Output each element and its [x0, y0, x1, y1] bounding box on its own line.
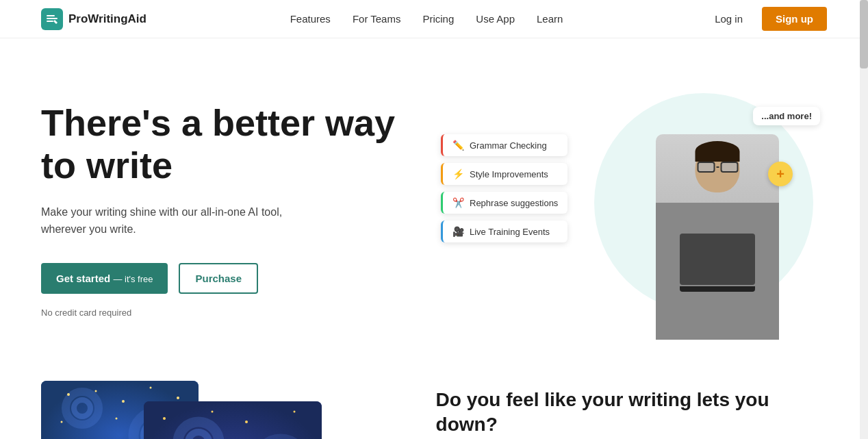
- signup-button[interactable]: Sign up: [762, 7, 827, 31]
- svg-rect-15: [144, 401, 322, 439]
- image-stack: My idea in my head: [41, 381, 395, 439]
- svg-point-14: [116, 418, 118, 420]
- logo-link[interactable]: ProWritingAid: [41, 8, 146, 30]
- nav-for-teams[interactable]: For Teams: [353, 13, 401, 25]
- pill-style-label: Style Improvements: [470, 169, 548, 179]
- get-started-sub: — it's free: [113, 274, 153, 284]
- scrollbar-thumb[interactable]: [860, 0, 868, 68]
- svg-point-12: [177, 397, 179, 399]
- grammar-icon: ✏️: [452, 140, 464, 151]
- pill-style: ⚡ Style Improvements: [441, 163, 567, 185]
- svg-point-11: [150, 387, 152, 389]
- hero-buttons: Get started — it's free Purchase: [41, 263, 407, 294]
- svg-rect-1: [47, 18, 58, 19]
- hero-right: ...and more! ✏️ Grammar Checking ⚡ Style…: [434, 79, 827, 340]
- logo-text: ProWritingAid: [68, 12, 146, 26]
- purchase-button[interactable]: Purchase: [179, 263, 258, 294]
- nav-links: Features For Teams Pricing Use App Learn: [290, 13, 563, 25]
- logo-icon: [41, 8, 63, 30]
- svg-point-23: [294, 411, 296, 413]
- hero-subtitle: Make your writing shine with our all-in-…: [41, 203, 329, 238]
- nav-features[interactable]: Features: [290, 13, 331, 25]
- hero-title: There's a better way to write: [41, 101, 407, 186]
- pill-training-label: Live Training Events: [470, 227, 550, 237]
- feature-pills: ✏️ Grammar Checking ⚡ Style Improvements…: [441, 134, 567, 242]
- pill-training: 🎥 Live Training Events: [441, 221, 567, 242]
- svg-point-21: [212, 411, 214, 413]
- hero-left: There's a better way to write Make your …: [41, 101, 434, 317]
- get-started-button[interactable]: Get started — it's free: [41, 263, 168, 294]
- svg-point-8: [67, 393, 70, 396]
- swirl-pattern-front: [144, 401, 322, 439]
- svg-point-9: [95, 390, 97, 392]
- login-button[interactable]: Log in: [706, 9, 751, 29]
- nav-learn[interactable]: Learn: [537, 13, 563, 25]
- get-started-label: Get started: [56, 273, 110, 284]
- training-icon: 🎥: [452, 226, 464, 237]
- navbar: ProWritingAid Features For Teams Pricing…: [0, 0, 868, 38]
- pill-grammar: ✏️ Grammar Checking: [441, 134, 567, 156]
- nav-actions: Log in Sign up: [706, 7, 827, 31]
- second-section: My idea in my head Do you feel like your…: [0, 381, 868, 439]
- page-scrollbar[interactable]: [860, 0, 868, 439]
- svg-point-10: [122, 400, 125, 403]
- svg-rect-2: [47, 21, 53, 22]
- nav-use-app[interactable]: Use App: [476, 13, 515, 25]
- svg-point-13: [61, 421, 63, 423]
- image-card-front: [144, 401, 322, 439]
- second-text: Do you feel like your writing lets you d…: [436, 381, 827, 439]
- svg-point-22: [245, 421, 248, 423]
- nav-pricing[interactable]: Pricing: [422, 13, 454, 25]
- no-credit-text: No credit card required: [41, 308, 407, 318]
- svg-rect-0: [47, 15, 55, 16]
- hero-section: There's a better way to write Make your …: [0, 38, 868, 367]
- pill-rephrase-label: Rephrase suggestions: [470, 198, 558, 208]
- pill-rephrase: ✂️ Rephrase suggestions: [441, 192, 567, 214]
- pill-grammar-label: Grammar Checking: [470, 140, 547, 151]
- style-icon: ⚡: [452, 168, 464, 179]
- svg-point-20: [163, 417, 166, 420]
- second-section-title: Do you feel like your writing lets you d…: [436, 388, 827, 438]
- rephrase-icon: ✂️: [452, 197, 464, 208]
